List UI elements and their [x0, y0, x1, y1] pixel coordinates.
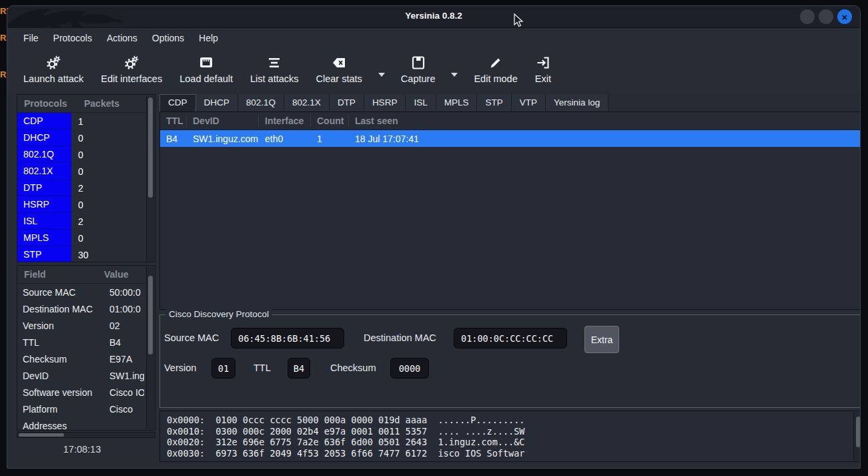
protocol-row-hsrp[interactable]: HSRP0 — [17, 196, 155, 213]
packets-column-header[interactable]: Packets — [77, 98, 119, 109]
column-header-devid[interactable]: DevID — [187, 115, 259, 127]
menu-item-protocols[interactable]: Protocols — [46, 30, 99, 46]
version-input[interactable] — [211, 358, 236, 379]
tab-dhcp[interactable]: DHCP — [196, 94, 238, 111]
tab-802-1q[interactable]: 802.1Q — [238, 94, 284, 111]
column-header-count[interactable]: Count — [311, 115, 349, 127]
field-row-platform[interactable]: PlatformCisco — [17, 401, 155, 417]
window-title: Yersinia 0.8.2 — [7, 11, 860, 21]
column-header-last-seen[interactable]: Last seen — [349, 115, 861, 127]
scrollbar-thumb[interactable] — [19, 433, 64, 437]
menu-item-options[interactable]: Options — [145, 30, 191, 46]
packet-cell: SW1.inguz.com — [187, 134, 259, 144]
protocol-row-mpls[interactable]: MPLS0 — [17, 230, 155, 246]
tab-hsrp[interactable]: HSRP — [364, 94, 406, 111]
fields-panel-header: Field Value — [17, 266, 155, 284]
packet-row[interactable]: B4SW1.inguz.cometh0118 Jul 17:07:41 — [160, 130, 861, 147]
protocol-row-dhcp[interactable]: DHCP0 — [17, 130, 155, 146]
field-row-source-mac[interactable]: Source MAC50:00:0 — [17, 284, 155, 300]
protocols-rows: CDP1DHCP0802.1Q0802.1X0DTP2HSRP0ISL2MPLS… — [17, 113, 155, 262]
toolbar-button-clear-stats[interactable]: Clear stats — [310, 53, 369, 85]
protocol-name-cell: STP — [17, 246, 71, 262]
ethernet-port-icon — [198, 54, 214, 71]
destination-mac-input[interactable] — [454, 328, 567, 348]
hex-scrollbar[interactable] — [853, 412, 861, 461]
scrollbar-thumb[interactable] — [148, 276, 153, 354]
protocol-name-cell: HSRP — [17, 196, 71, 213]
protocol-row-isl[interactable]: ISL2 — [17, 213, 155, 230]
hex-dump-view[interactable]: 0x0000: 0100 0ccc cccc 5000 000a 0000 01… — [159, 411, 861, 462]
minimize-button[interactable] — [800, 9, 815, 24]
toolbar-button-launch-attack[interactable]: Launch attack — [17, 53, 90, 85]
scrollbar-thumb[interactable] — [148, 97, 153, 198]
extra-button[interactable]: Extra — [584, 326, 619, 353]
packet-table-rows: B4SW1.inguz.cometh0118 Jul 17:07:41 — [160, 130, 861, 147]
maximize-button[interactable] — [819, 9, 833, 24]
tab-802-1x[interactable]: 802.1X — [284, 94, 330, 111]
capture-dropdown-arrow[interactable] — [446, 53, 463, 87]
toolbar-button-list-attacks[interactable]: List attacks — [244, 53, 306, 85]
menu-item-actions[interactable]: Actions — [99, 30, 145, 46]
tab-vtp[interactable]: VTP — [512, 94, 546, 111]
field-value-cell: 01:00:0 — [109, 304, 144, 314]
scrollbar-thumb[interactable] — [856, 417, 861, 447]
column-header-ttl[interactable]: TTL — [160, 115, 187, 127]
protocol-row-cdp[interactable]: CDP1 — [17, 113, 155, 130]
fields-horizontal-scrollbar[interactable] — [17, 432, 155, 438]
toolbar-button-exit[interactable]: Exit — [528, 53, 558, 85]
toolbar-button-edit-interfaces[interactable]: Edit interfaces — [94, 53, 169, 85]
packet-fields-panel[interactable]: Field Value Source MAC50:00:0Destination… — [17, 265, 155, 431]
field-name-cell: Source MAC — [17, 287, 109, 298]
protocol-row-dtp[interactable]: DTP2 — [17, 180, 155, 196]
toolbar-button-label: Launch attack — [23, 73, 83, 84]
protocols-panel[interactable]: Protocols Packets CDP1DHCP0802.1Q0802.1X… — [17, 94, 155, 262]
field-row-software-version[interactable]: Software versionCisco IO — [17, 384, 155, 401]
field-row-devid[interactable]: DevIDSW1.ing — [17, 367, 155, 384]
tab-dtp[interactable]: DTP — [330, 94, 364, 111]
toolbar-button-label: Clear stats — [316, 73, 362, 84]
packet-list-table[interactable]: TTLDevIDInterfaceCountLast seen B4SW1.in… — [159, 111, 861, 310]
menu-bar: FileProtocolsActionsOptionsHelp — [7, 28, 860, 47]
field-row-addresses[interactable]: Addresses — [17, 417, 155, 431]
field-value-cell: SW1.ing — [109, 371, 144, 381]
toolbar-button-load-default[interactable]: Load default — [173, 53, 240, 85]
tab-mpls[interactable]: MPLS — [436, 94, 478, 111]
column-header-interface[interactable]: Interface — [259, 115, 311, 127]
tab-isl[interactable]: ISL — [406, 94, 436, 111]
tab-cdp[interactable]: CDP — [159, 94, 196, 111]
ttl-input[interactable] — [288, 358, 310, 379]
protocol-row-802-1x[interactable]: 802.1X0 — [17, 163, 155, 180]
packet-count-cell: 0 — [71, 200, 83, 210]
menu-item-help[interactable]: Help — [191, 30, 226, 46]
status-clock: 17:08:13 — [17, 444, 147, 455]
field-row-checksum[interactable]: ChecksumE97A — [17, 350, 155, 367]
close-button[interactable]: × — [837, 9, 852, 24]
field-row-ttl[interactable]: TTLB4 — [17, 334, 155, 350]
fields-scrollbar[interactable] — [146, 266, 154, 429]
backspace-icon — [331, 54, 347, 71]
field-name-cell: Destination MAC — [17, 304, 109, 314]
source-mac-label: Source MAC — [164, 332, 219, 343]
clear-stats-dropdown-arrow[interactable] — [373, 53, 390, 87]
toolbar-button-label: Edit interfaces — [101, 73, 162, 84]
protocol-row-802-1q[interactable]: 802.1Q0 — [17, 146, 155, 163]
field-column-header[interactable]: Field — [17, 269, 104, 280]
toolbar-button-edit-mode[interactable]: Edit mode — [467, 53, 524, 85]
tab-stp[interactable]: STP — [477, 94, 511, 111]
version-label: Version — [164, 363, 196, 373]
tab-yersinia-log[interactable]: Yersinia log — [546, 94, 608, 111]
protocol-name-cell: DTP — [17, 180, 71, 196]
protocols-scrollbar[interactable] — [146, 95, 154, 261]
field-row-destination-mac[interactable]: Destination MAC01:00:0 — [17, 300, 155, 317]
protocols-column-header[interactable]: Protocols — [17, 98, 77, 109]
checksum-label: Checksum — [330, 363, 376, 373]
packet-count-cell: 0 — [71, 133, 83, 144]
menu-item-file[interactable]: File — [16, 30, 46, 46]
checksum-input[interactable] — [390, 358, 429, 379]
protocol-row-stp[interactable]: STP30 — [17, 246, 155, 262]
toolbar-button-capture[interactable]: Capture — [394, 53, 442, 85]
source-mac-input[interactable] — [231, 328, 344, 348]
field-row-version[interactable]: Version02 — [17, 317, 155, 334]
titlebar[interactable]: Yersinia 0.8.2 × — [7, 6, 860, 28]
value-column-header[interactable]: Value — [104, 269, 129, 280]
